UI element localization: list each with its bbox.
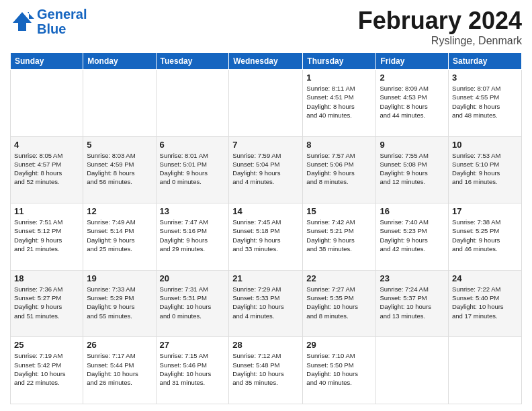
- day-number: 17: [452, 206, 518, 216]
- location: Ryslinge, Denmark: [358, 35, 522, 47]
- logo: General Blue: [10, 7, 87, 36]
- week-row-4: 18Sunrise: 7:36 AM Sunset: 5:27 PM Dayli…: [11, 270, 522, 337]
- col-header-monday: Monday: [83, 53, 156, 70]
- day-number: 15: [306, 206, 372, 216]
- day-number: 21: [232, 273, 299, 283]
- day-cell: 28Sunrise: 7:12 AM Sunset: 5:48 PM Dayli…: [229, 337, 303, 404]
- logo-line2: Blue: [37, 21, 87, 36]
- day-number: 6: [160, 140, 226, 150]
- day-cell: 1Sunrise: 8:11 AM Sunset: 4:51 PM Daylig…: [303, 70, 376, 137]
- col-header-thursday: Thursday: [303, 53, 376, 70]
- day-cell: 18Sunrise: 7:36 AM Sunset: 5:27 PM Dayli…: [11, 270, 83, 337]
- col-header-sunday: Sunday: [11, 53, 83, 70]
- day-info: Sunrise: 7:59 AM Sunset: 5:04 PM Dayligh…: [232, 151, 299, 187]
- day-number: 12: [87, 206, 152, 216]
- week-row-1: 1Sunrise: 8:11 AM Sunset: 4:51 PM Daylig…: [11, 70, 522, 137]
- day-cell: 15Sunrise: 7:42 AM Sunset: 5:21 PM Dayli…: [303, 203, 376, 271]
- col-header-saturday: Saturday: [449, 53, 522, 70]
- day-cell: 6Sunrise: 8:01 AM Sunset: 5:01 PM Daylig…: [156, 136, 229, 203]
- day-number: 20: [160, 273, 226, 283]
- day-info: Sunrise: 8:11 AM Sunset: 4:51 PM Dayligh…: [306, 84, 372, 120]
- day-number: 2: [380, 73, 445, 83]
- day-cell: 27Sunrise: 7:15 AM Sunset: 5:46 PM Dayli…: [156, 337, 229, 404]
- day-info: Sunrise: 7:55 AM Sunset: 5:08 PM Dayligh…: [380, 151, 445, 187]
- day-number: 10: [452, 140, 518, 150]
- day-info: Sunrise: 7:49 AM Sunset: 5:14 PM Dayligh…: [87, 218, 152, 253]
- day-info: Sunrise: 7:24 AM Sunset: 5:37 PM Dayligh…: [380, 285, 445, 320]
- day-cell: 2Sunrise: 8:09 AM Sunset: 4:53 PM Daylig…: [376, 70, 449, 137]
- day-cell: 14Sunrise: 7:45 AM Sunset: 5:18 PM Dayli…: [229, 203, 303, 271]
- day-cell: 16Sunrise: 7:40 AM Sunset: 5:23 PM Dayli…: [376, 203, 449, 271]
- day-info: Sunrise: 7:27 AM Sunset: 5:35 PM Dayligh…: [306, 285, 372, 320]
- day-cell: 5Sunrise: 8:03 AM Sunset: 4:59 PM Daylig…: [83, 136, 156, 203]
- page: General Blue February 2024 Ryslinge, Den…: [0, 0, 532, 411]
- header: General Blue February 2024 Ryslinge, Den…: [10, 7, 522, 47]
- day-cell: 8Sunrise: 7:57 AM Sunset: 5:06 PM Daylig…: [303, 136, 376, 203]
- day-info: Sunrise: 7:40 AM Sunset: 5:23 PM Dayligh…: [380, 218, 445, 253]
- day-number: 1: [306, 73, 372, 83]
- day-cell: 9Sunrise: 7:55 AM Sunset: 5:08 PM Daylig…: [376, 136, 449, 203]
- day-number: 22: [306, 273, 372, 283]
- day-number: 24: [452, 273, 518, 283]
- day-cell: 20Sunrise: 7:31 AM Sunset: 5:31 PM Dayli…: [156, 270, 229, 337]
- day-number: 13: [160, 206, 226, 216]
- day-number: 8: [306, 140, 372, 150]
- day-number: 16: [380, 206, 445, 216]
- day-cell: [83, 70, 156, 137]
- day-cell: 24Sunrise: 7:22 AM Sunset: 5:40 PM Dayli…: [449, 270, 522, 337]
- day-info: Sunrise: 7:29 AM Sunset: 5:33 PM Dayligh…: [232, 285, 299, 320]
- col-header-wednesday: Wednesday: [229, 53, 303, 70]
- day-number: 5: [87, 140, 152, 150]
- day-info: Sunrise: 7:51 AM Sunset: 5:12 PM Dayligh…: [14, 218, 79, 253]
- day-number: 23: [380, 273, 445, 283]
- day-info: Sunrise: 7:15 AM Sunset: 5:46 PM Dayligh…: [160, 351, 226, 387]
- day-info: Sunrise: 7:38 AM Sunset: 5:25 PM Dayligh…: [452, 218, 518, 253]
- day-number: 7: [232, 140, 299, 150]
- day-number: 3: [452, 73, 518, 83]
- day-cell: 25Sunrise: 7:19 AM Sunset: 5:42 PM Dayli…: [11, 337, 83, 404]
- title-block: February 2024 Ryslinge, Denmark: [358, 7, 522, 47]
- day-number: 19: [87, 273, 152, 283]
- logo-icon: [10, 9, 34, 34]
- day-info: Sunrise: 8:05 AM Sunset: 4:57 PM Dayligh…: [14, 151, 79, 187]
- logo-line1: General: [37, 7, 87, 21]
- day-cell: 29Sunrise: 7:10 AM Sunset: 5:50 PM Dayli…: [303, 337, 376, 404]
- day-info: Sunrise: 7:36 AM Sunset: 5:27 PM Dayligh…: [14, 285, 79, 320]
- day-cell: [156, 70, 229, 137]
- day-info: Sunrise: 7:12 AM Sunset: 5:48 PM Dayligh…: [232, 351, 299, 387]
- day-info: Sunrise: 8:03 AM Sunset: 4:59 PM Dayligh…: [87, 151, 152, 187]
- logo-text: General Blue: [37, 7, 87, 36]
- day-info: Sunrise: 7:33 AM Sunset: 5:29 PM Dayligh…: [87, 285, 152, 320]
- day-info: Sunrise: 7:45 AM Sunset: 5:18 PM Dayligh…: [232, 218, 299, 253]
- day-cell: [449, 337, 522, 404]
- day-number: 18: [14, 273, 79, 283]
- day-cell: 26Sunrise: 7:17 AM Sunset: 5:44 PM Dayli…: [83, 337, 156, 404]
- week-row-2: 4Sunrise: 8:05 AM Sunset: 4:57 PM Daylig…: [11, 136, 522, 203]
- day-cell: 4Sunrise: 8:05 AM Sunset: 4:57 PM Daylig…: [11, 136, 83, 203]
- day-cell: 11Sunrise: 7:51 AM Sunset: 5:12 PM Dayli…: [11, 203, 83, 271]
- day-number: 28: [232, 340, 299, 350]
- col-header-tuesday: Tuesday: [156, 53, 229, 70]
- day-number: 25: [14, 340, 79, 350]
- day-cell: [376, 337, 449, 404]
- day-cell: 10Sunrise: 7:53 AM Sunset: 5:10 PM Dayli…: [449, 136, 522, 203]
- month-title: February 2024: [358, 7, 522, 35]
- day-info: Sunrise: 8:07 AM Sunset: 4:55 PM Dayligh…: [452, 84, 518, 120]
- day-info: Sunrise: 8:09 AM Sunset: 4:53 PM Dayligh…: [380, 84, 445, 120]
- day-number: 29: [306, 340, 372, 350]
- day-cell: 19Sunrise: 7:33 AM Sunset: 5:29 PM Dayli…: [83, 270, 156, 337]
- day-number: 11: [14, 206, 79, 216]
- day-cell: 23Sunrise: 7:24 AM Sunset: 5:37 PM Dayli…: [376, 270, 449, 337]
- day-number: 4: [14, 140, 79, 150]
- day-cell: [11, 70, 83, 137]
- day-cell: 3Sunrise: 8:07 AM Sunset: 4:55 PM Daylig…: [449, 70, 522, 137]
- day-number: 27: [160, 340, 226, 350]
- calendar-header-row: SundayMondayTuesdayWednesdayThursdayFrid…: [11, 53, 522, 70]
- week-row-3: 11Sunrise: 7:51 AM Sunset: 5:12 PM Dayli…: [11, 203, 522, 271]
- day-info: Sunrise: 7:42 AM Sunset: 5:21 PM Dayligh…: [306, 218, 372, 253]
- day-cell: [229, 70, 303, 137]
- day-info: Sunrise: 8:01 AM Sunset: 5:01 PM Dayligh…: [160, 151, 226, 187]
- day-number: 14: [232, 206, 299, 216]
- day-info: Sunrise: 7:10 AM Sunset: 5:50 PM Dayligh…: [306, 351, 372, 387]
- day-info: Sunrise: 7:31 AM Sunset: 5:31 PM Dayligh…: [160, 285, 226, 320]
